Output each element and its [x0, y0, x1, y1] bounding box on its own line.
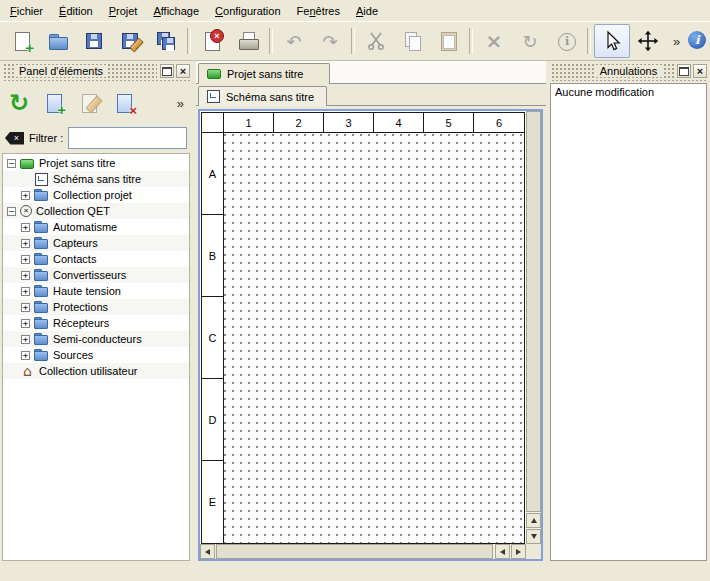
float-icon [679, 67, 689, 76]
toolbar-extension-button[interactable]: » [668, 34, 685, 49]
close-file-button[interactable]: × [194, 24, 230, 58]
home-icon: ⌂ [20, 365, 35, 377]
collections-tree[interactable]: −Projet sans titreSchéma sans titre+Coll… [2, 153, 190, 561]
scroll-down-button[interactable] [526, 529, 541, 544]
filter-input[interactable] [68, 127, 187, 149]
collapse-icon[interactable]: − [7, 159, 16, 168]
float-icon [162, 67, 172, 76]
undo-button: ↶ [276, 24, 312, 58]
scroll-left-button-2[interactable] [495, 544, 510, 559]
expand-icon[interactable]: + [21, 287, 30, 296]
folder-icon [34, 349, 49, 361]
horizontal-scrollbar-thumb[interactable] [216, 544, 493, 559]
tree-item-recepteurs[interactable]: +Récepteurs [3, 315, 189, 331]
tree-item-contacts[interactable]: +Contacts [3, 251, 189, 267]
diagram-canvas[interactable] [224, 133, 524, 543]
about-qet-button[interactable]: i [685, 24, 709, 58]
float-panel-button[interactable] [160, 64, 174, 78]
tree-item-sources[interactable]: +Sources [3, 347, 189, 363]
vertical-scrollbar[interactable] [526, 111, 541, 544]
open-file-button[interactable] [40, 24, 76, 58]
tree-item-label: Collection QET [36, 205, 110, 217]
cut-icon [365, 30, 387, 52]
expand-icon[interactable]: + [21, 319, 30, 328]
vertical-scrollbar-thumb[interactable] [526, 111, 541, 512]
expand-icon[interactable]: + [21, 239, 30, 248]
project-tab[interactable]: Projet sans titre [198, 63, 330, 84]
scroll-right-button[interactable] [511, 544, 526, 559]
tree-item-collection-utilisateur[interactable]: ⌂Collection utilisateur [3, 363, 189, 379]
horizontal-scrollbar[interactable] [200, 544, 526, 559]
menu-fichier[interactable]: Fichier [2, 2, 51, 20]
selection-properties-button: i [548, 24, 584, 58]
expand-icon[interactable]: + [21, 303, 30, 312]
scroll-up-button[interactable] [526, 513, 541, 528]
save-as-icon [119, 30, 141, 52]
menu-aide[interactable]: Aide [348, 2, 386, 20]
tree-item-schema-sans-titre[interactable]: Schéma sans titre [3, 171, 189, 187]
tree-item-convertisseurs[interactable]: +Convertisseurs [3, 267, 189, 283]
new-file-button[interactable]: + [4, 24, 40, 58]
collapse-icon[interactable]: − [7, 207, 16, 216]
redo-button: ↷ [312, 24, 348, 58]
tree-item-semi-conducteurs[interactable]: +Semi-conducteurs [3, 331, 189, 347]
tree-item-label: Récepteurs [53, 317, 109, 329]
info-icon: i [555, 30, 577, 52]
schema-tab[interactable]: Schéma sans titre [198, 86, 327, 106]
diagram-icon [206, 90, 221, 102]
expand-icon[interactable]: + [21, 271, 30, 280]
copy-button [394, 24, 430, 58]
save-all-button[interactable] [148, 24, 184, 58]
undo-panel-titlebar[interactable]: Annulations [550, 63, 707, 81]
tree-item-label: Capteurs [53, 237, 98, 249]
delete-element-button[interactable]: × [108, 87, 140, 119]
scroll-left-button[interactable] [200, 544, 215, 559]
delete-selection-button: × [476, 24, 512, 58]
column-header-2: 2 [274, 113, 324, 133]
expand-icon[interactable]: + [21, 191, 30, 200]
menu-fenetres[interactable]: Fenêtres [289, 2, 348, 20]
tree-item-capteurs[interactable]: +Capteurs [3, 235, 189, 251]
elements-panel-titlebar[interactable]: Panel d'éléments [2, 63, 190, 81]
expand-icon[interactable]: + [21, 335, 30, 344]
expand-icon[interactable]: + [21, 255, 30, 264]
tree-indent [21, 175, 30, 184]
undo-history-list[interactable]: Aucune modification [550, 83, 707, 561]
tree-item-projet-sans-titre[interactable]: −Projet sans titre [3, 155, 189, 171]
project-tab-bar: Projet sans titre [196, 61, 546, 84]
expand-icon[interactable]: + [21, 351, 30, 360]
close-panel-button[interactable] [693, 64, 707, 78]
save-file-button[interactable] [76, 24, 112, 58]
undo-panel-title: Annulations [595, 65, 663, 77]
tree-item-haute-tension[interactable]: +Haute tension [3, 283, 189, 299]
tree-item-automatisme[interactable]: +Automatisme [3, 219, 189, 235]
tree-item-protections[interactable]: +Protections [3, 299, 189, 315]
rotate-icon: ↻ [519, 30, 541, 52]
visualisation-mode-button[interactable] [630, 24, 666, 58]
expand-icon[interactable]: + [21, 223, 30, 232]
panel-toolbar-extension-button[interactable]: » [172, 96, 189, 111]
filter-row: × Filtrer : [0, 125, 192, 153]
reload-collections-button[interactable]: ↻ [3, 87, 35, 119]
tree-item-label: Haute tension [53, 285, 121, 297]
diagram-icon [34, 173, 49, 185]
menu-configuration[interactable]: Configuration [207, 2, 288, 20]
clear-filter-icon: × [5, 132, 24, 145]
menu-edition[interactable]: Édition [51, 2, 101, 20]
row-header-d: D [202, 379, 224, 461]
print-button[interactable] [230, 24, 266, 58]
new-file-icon: + [11, 30, 33, 52]
menu-affichage[interactable]: Affichage [145, 2, 207, 20]
copy-icon [401, 30, 423, 52]
new-element-button[interactable]: + [38, 87, 70, 119]
close-panel-button[interactable] [176, 64, 190, 78]
menu-projet[interactable]: Projet [101, 2, 146, 20]
selection-mode-button[interactable] [594, 24, 630, 58]
folder-icon [34, 333, 49, 345]
redo-icon: ↷ [319, 30, 341, 52]
tree-item-collection-projet[interactable]: +Collection projet [3, 187, 189, 203]
tree-item-collection-qet[interactable]: −×Collection QET [3, 203, 189, 219]
save-file-as-button[interactable] [112, 24, 148, 58]
folder-icon [34, 253, 49, 265]
float-panel-button[interactable] [677, 64, 691, 78]
